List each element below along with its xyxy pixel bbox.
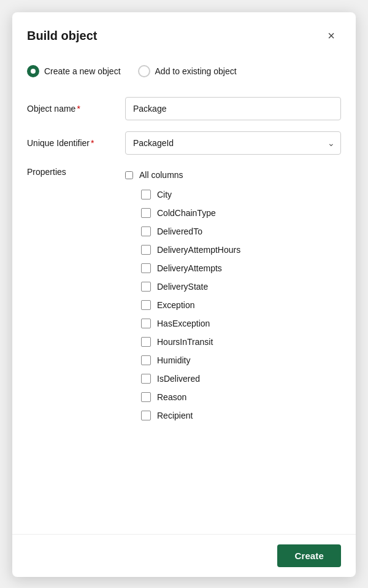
dialog-body: Create a new object Add to existing obje… <box>12 55 356 534</box>
radio-create-new[interactable]: Create a new object <box>27 65 121 77</box>
all-columns-label[interactable]: All columns <box>139 170 183 180</box>
prop-deliverystate-label[interactable]: DeliveryState <box>157 282 208 292</box>
prop-isdelivered-label[interactable]: IsDelivered <box>157 374 200 384</box>
list-item: Humidity <box>141 351 341 369</box>
object-name-label: Object name* <box>27 104 125 114</box>
prop-isdelivered-checkbox[interactable] <box>141 374 151 384</box>
create-button[interactable]: Create <box>277 544 341 567</box>
dialog-footer: Create <box>12 534 356 577</box>
object-name-required: * <box>77 104 80 114</box>
list-item: Recipient <box>141 406 341 425</box>
list-item: DeliveryState <box>141 277 341 296</box>
dialog-title: Build object <box>27 29 97 43</box>
prop-coldchaintype-checkbox[interactable] <box>141 208 151 218</box>
unique-identifier-select[interactable]: PackageId City ColdChainType <box>125 131 341 155</box>
properties-row: Properties All columns City ColdChainTyp <box>27 166 341 425</box>
prop-hasexception-label[interactable]: HasException <box>157 319 210 328</box>
all-columns-row: All columns <box>125 166 341 184</box>
prop-recipient-label[interactable]: Recipient <box>157 411 193 420</box>
build-object-dialog: Build object × Create a new object Add t… <box>12 12 356 577</box>
prop-deliveryattempthours-label[interactable]: DeliveryAttemptHours <box>157 245 240 255</box>
radio-create-new-label: Create a new object <box>44 66 121 76</box>
prop-hoursintransit-checkbox[interactable] <box>141 337 151 347</box>
list-item: IsDelivered <box>141 369 341 388</box>
properties-indented-list: City ColdChainType DeliveredTo DeliveryA… <box>125 185 341 425</box>
list-item: DeliveryAttemptHours <box>141 241 341 259</box>
prop-deliveryattempts-label[interactable]: DeliveryAttempts <box>157 263 222 273</box>
prop-exception-label[interactable]: Exception <box>157 300 194 310</box>
prop-reason-label[interactable]: Reason <box>157 392 186 402</box>
radio-create-new-input[interactable] <box>27 65 39 77</box>
list-item: DeliveredTo <box>141 222 341 241</box>
prop-coldchaintype-label[interactable]: ColdChainType <box>157 208 216 218</box>
prop-deliveredto-label[interactable]: DeliveredTo <box>157 226 202 236</box>
unique-identifier-select-wrapper: PackageId City ColdChainType ⌄ <box>125 131 341 155</box>
object-name-row: Object name* <box>27 97 341 120</box>
unique-identifier-label: Unique Identifier* <box>27 138 125 148</box>
prop-hasexception-checkbox[interactable] <box>141 319 151 328</box>
list-item: HoursInTransit <box>141 333 341 351</box>
radio-add-existing-label: Add to existing object <box>155 66 237 76</box>
list-item: HasException <box>141 314 341 333</box>
radio-add-existing[interactable]: Add to existing object <box>138 65 237 77</box>
prop-deliveryattempthours-checkbox[interactable] <box>141 245 151 255</box>
radio-add-existing-input[interactable] <box>138 65 150 77</box>
list-item: DeliveryAttempts <box>141 259 341 277</box>
prop-humidity-label[interactable]: Humidity <box>157 355 190 365</box>
prop-deliveredto-checkbox[interactable] <box>141 226 151 236</box>
list-item: ColdChainType <box>141 204 341 222</box>
object-name-input[interactable] <box>125 97 341 120</box>
properties-list: All columns City ColdChainType Delivere <box>125 166 341 425</box>
list-item: Reason <box>141 388 341 406</box>
radio-group: Create a new object Add to existing obje… <box>27 60 341 82</box>
prop-reason-checkbox[interactable] <box>141 392 151 402</box>
all-columns-checkbox[interactable] <box>125 171 133 179</box>
list-item: City <box>141 185 341 204</box>
dialog-header: Build object × <box>12 12 356 55</box>
properties-label: Properties <box>27 166 125 177</box>
unique-identifier-row: Unique Identifier* PackageId City ColdCh… <box>27 131 341 155</box>
prop-exception-checkbox[interactable] <box>141 300 151 310</box>
prop-hoursintransit-label[interactable]: HoursInTransit <box>157 337 213 347</box>
unique-id-required: * <box>91 138 94 148</box>
prop-humidity-checkbox[interactable] <box>141 355 151 365</box>
list-item: Exception <box>141 296 341 314</box>
prop-deliveryattempts-checkbox[interactable] <box>141 263 151 273</box>
prop-city-checkbox[interactable] <box>141 190 151 199</box>
prop-recipient-checkbox[interactable] <box>141 411 151 420</box>
prop-deliverystate-checkbox[interactable] <box>141 282 151 292</box>
close-icon: × <box>328 29 335 43</box>
close-button[interactable]: × <box>321 26 341 45</box>
prop-city-label[interactable]: City <box>157 190 172 199</box>
